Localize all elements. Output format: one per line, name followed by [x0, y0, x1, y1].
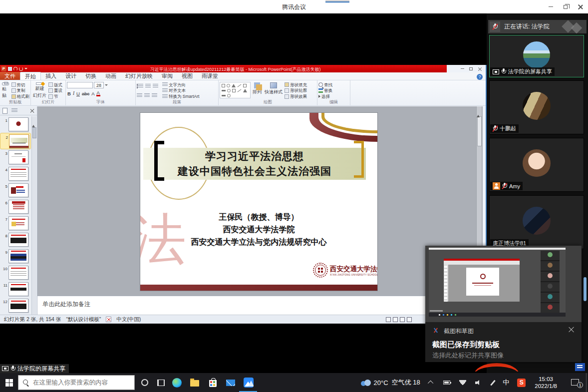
slides-tab-icon[interactable]: [2, 108, 7, 114]
notification-toast[interactable]: 截图和草图 截图已保存到剪贴板 选择此处标记并共享图像: [425, 246, 582, 362]
meeting-app-button[interactable]: [243, 377, 255, 389]
smartart-button[interactable]: 转换为 SmartArt: [162, 94, 199, 99]
sidebar-scrollbar[interactable]: [584, 277, 587, 301]
shape-outline-button[interactable]: 形状轮廓: [285, 88, 307, 93]
underline-button[interactable]: U: [76, 91, 80, 96]
paste-button[interactable]: 粘贴: [1, 82, 10, 99]
section-button[interactable]: 节: [48, 94, 62, 99]
toast-close-icon[interactable]: [569, 326, 575, 332]
outline-tab-icon[interactable]: [11, 108, 17, 113]
edge-button[interactable]: [171, 377, 183, 389]
toast-subtitle[interactable]: 选择此处标记并共享图像: [432, 351, 504, 360]
task-view-button[interactable]: [155, 377, 167, 389]
wifi-icon[interactable]: [459, 380, 466, 386]
text-direction-button[interactable]: 文字方向: [162, 82, 199, 87]
shapes-gallery[interactable]: [220, 82, 251, 98]
participant-tile[interactable]: Amy: [489, 138, 584, 192]
show-desktop-button[interactable]: [586, 373, 588, 392]
slide-thumbnail-12[interactable]: 12: [0, 298, 31, 314]
participant-tile-share[interactable]: 法学院的屏幕共享: [489, 35, 584, 77]
panel-close-icon[interactable]: [30, 108, 34, 113]
format-painter-button[interactable]: 格式刷: [11, 94, 30, 99]
help-icon[interactable]: ?: [477, 74, 483, 80]
slide-thumbnail-2-selected[interactable]: 2: [0, 133, 31, 149]
ppt-minimize-icon[interactable]: [461, 68, 464, 69]
arrange-button[interactable]: 排列: [252, 82, 263, 99]
cortana-button[interactable]: [139, 377, 151, 389]
battery-icon[interactable]: [443, 381, 450, 385]
clock[interactable]: 15:03 2022/1/8: [535, 376, 557, 390]
search-input[interactable]: [33, 379, 128, 386]
air-quality[interactable]: 空气优 18: [392, 378, 420, 387]
sorter-view-icon[interactable]: [393, 317, 398, 322]
numbering-icon[interactable]: [145, 84, 151, 88]
panel-scrollbar[interactable]: [31, 116, 36, 315]
save-icon[interactable]: [8, 67, 12, 71]
minimize-button[interactable]: [543, 0, 558, 13]
slide-thumbnail-10[interactable]: 10: [0, 265, 31, 281]
strikethrough-button[interactable]: abc: [81, 91, 90, 96]
tab-rainclassroom[interactable]: 雨课堂: [197, 72, 223, 80]
slide-thumbnail-11[interactable]: 11: [0, 281, 31, 298]
scroll-thumb[interactable]: [477, 116, 482, 146]
slide-thumbnail-4[interactable]: 4: [0, 166, 31, 182]
spellcheck-icon[interactable]: [106, 317, 111, 322]
store-button[interactable]: [207, 377, 219, 389]
tab-view[interactable]: 视图: [177, 72, 197, 80]
tab-home[interactable]: 开始: [20, 72, 41, 80]
slide-thumbnail-1[interactable]: 1: [0, 116, 31, 133]
hidden-icons-chevron[interactable]: [428, 381, 433, 386]
temperature[interactable]: 20°C: [374, 379, 388, 387]
powerpoint-logo-icon[interactable]: P: [1, 66, 6, 71]
slide-thumbnail-3[interactable]: 3: [0, 149, 31, 166]
pen-icon[interactable]: [490, 380, 495, 386]
select-button[interactable]: 选择: [318, 94, 332, 99]
shape-fill-button[interactable]: 形状填充: [285, 82, 307, 87]
qat-dropdown-icon[interactable]: [24, 68, 27, 71]
notes-pane[interactable]: 单击此处添加备注: [37, 296, 483, 315]
font-size-dropdown-icon[interactable]: [105, 84, 108, 87]
action-center-button[interactable]: 1: [571, 379, 581, 387]
align-left-icon[interactable]: [137, 93, 142, 98]
bold-button[interactable]: B: [67, 91, 71, 96]
indent-icon[interactable]: [153, 84, 158, 88]
shape-effects-button[interactable]: 形状效果: [285, 94, 307, 99]
new-slide-button[interactable]: 新建 幻灯片: [32, 82, 47, 99]
tab-transitions[interactable]: 切换: [81, 72, 101, 80]
restore-button[interactable]: [558, 0, 573, 13]
slideshow-view-icon[interactable]: [407, 317, 412, 322]
screenshot-preview[interactable]: [425, 246, 582, 322]
cut-button[interactable]: 剪切: [11, 82, 30, 87]
copy-button[interactable]: 复制: [11, 88, 30, 93]
slide-thumbnail-9[interactable]: 9: [0, 248, 31, 265]
reading-view-icon[interactable]: [400, 317, 405, 322]
ppt-close-icon[interactable]: [478, 67, 482, 71]
grow-font-button[interactable]: A: [91, 91, 95, 96]
taskbar-search[interactable]: [18, 375, 135, 390]
tab-animations[interactable]: 动画: [101, 72, 121, 80]
quick-styles-button[interactable]: 快速样式: [264, 82, 284, 99]
font-color-button[interactable]: A: [96, 90, 100, 96]
normal-view-icon[interactable]: [386, 317, 391, 322]
speaker-icon[interactable]: [475, 380, 482, 386]
sogou-icon[interactable]: S: [517, 379, 526, 387]
align-right-icon[interactable]: [152, 93, 157, 98]
slide-canvas[interactable]: 法 学习习近平法治思想 建设中国特色社会主义法治强国 王保民（教授、博导） 西安…: [140, 112, 378, 291]
layout-button[interactable]: 版式: [48, 82, 62, 87]
tab-insert[interactable]: 插入: [41, 72, 61, 80]
close-button[interactable]: [573, 0, 588, 13]
tab-review[interactable]: 审阅: [157, 72, 177, 80]
ime-indicator[interactable]: 中: [503, 378, 509, 387]
mail-button[interactable]: [225, 377, 237, 389]
slide-thumbnail-7[interactable]: 7: [0, 215, 31, 232]
find-button[interactable]: 查找: [318, 82, 332, 87]
panel-scroll-thumb[interactable]: [32, 127, 36, 138]
tab-design[interactable]: 设计: [61, 72, 81, 80]
ppt-restore-icon[interactable]: [469, 67, 473, 70]
font-name-select[interactable]: [67, 82, 93, 88]
reset-button[interactable]: 重设: [48, 88, 62, 93]
slide-thumbnail-6[interactable]: 6: [0, 199, 31, 215]
panel-scroll-up-icon[interactable]: [32, 116, 35, 127]
file-explorer-button[interactable]: [189, 377, 201, 389]
bullets-icon[interactable]: [137, 84, 143, 88]
